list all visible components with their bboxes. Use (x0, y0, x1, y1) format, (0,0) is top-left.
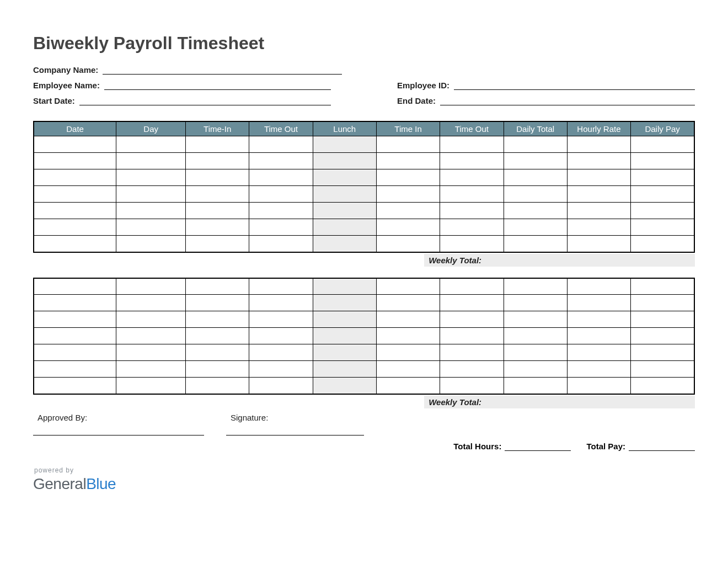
table-cell[interactable] (116, 153, 186, 169)
total-hours-input[interactable] (505, 441, 571, 451)
table-cell[interactable] (116, 295, 186, 311)
table-cell[interactable] (504, 203, 567, 219)
table-cell[interactable] (631, 219, 694, 236)
table-cell[interactable] (504, 169, 567, 186)
table-cell[interactable] (567, 295, 630, 311)
table-cell[interactable] (631, 361, 694, 378)
table-cell[interactable] (440, 311, 504, 328)
table-cell[interactable] (313, 203, 376, 219)
table-cell[interactable] (440, 203, 504, 219)
table-cell[interactable] (249, 186, 313, 203)
table-cell[interactable] (116, 203, 186, 219)
table-cell[interactable] (116, 236, 186, 252)
table-cell[interactable] (440, 344, 504, 361)
table-cell[interactable] (116, 136, 186, 153)
table-cell[interactable] (34, 203, 116, 219)
table-cell[interactable] (186, 169, 249, 186)
table-cell[interactable] (249, 236, 313, 252)
table-cell[interactable] (440, 136, 504, 153)
table-cell[interactable] (313, 236, 376, 252)
table-cell[interactable] (186, 378, 249, 394)
table-cell[interactable] (186, 295, 249, 311)
table-cell[interactable] (504, 278, 567, 295)
table-cell[interactable] (116, 344, 186, 361)
table-cell[interactable] (567, 278, 630, 295)
table-cell[interactable] (376, 278, 440, 295)
table-cell[interactable] (631, 153, 694, 169)
table-cell[interactable] (376, 219, 440, 236)
table-cell[interactable] (440, 153, 504, 169)
table-cell[interactable] (186, 203, 249, 219)
table-cell[interactable] (313, 328, 376, 344)
table-cell[interactable] (249, 328, 313, 344)
table-cell[interactable] (186, 278, 249, 295)
table-cell[interactable] (313, 153, 376, 169)
table-cell[interactable] (567, 378, 630, 394)
table-cell[interactable] (249, 203, 313, 219)
table-cell[interactable] (440, 361, 504, 378)
table-cell[interactable] (34, 169, 116, 186)
table-cell[interactable] (116, 328, 186, 344)
table-cell[interactable] (567, 219, 630, 236)
table-cell[interactable] (34, 328, 116, 344)
table-cell[interactable] (313, 378, 376, 394)
table-cell[interactable] (34, 378, 116, 394)
table-cell[interactable] (186, 361, 249, 378)
table-cell[interactable] (504, 295, 567, 311)
table-cell[interactable] (440, 328, 504, 344)
table-cell[interactable] (376, 153, 440, 169)
table-cell[interactable] (116, 361, 186, 378)
table-cell[interactable] (34, 136, 116, 153)
table-cell[interactable] (376, 361, 440, 378)
table-cell[interactable] (116, 278, 186, 295)
table-cell[interactable] (567, 136, 630, 153)
table-cell[interactable] (631, 136, 694, 153)
table-cell[interactable] (631, 203, 694, 219)
table-cell[interactable] (186, 236, 249, 252)
table-cell[interactable] (504, 136, 567, 153)
table-cell[interactable] (504, 153, 567, 169)
table-cell[interactable] (567, 169, 630, 186)
table-cell[interactable] (504, 328, 567, 344)
table-cell[interactable] (567, 328, 630, 344)
table-cell[interactable] (504, 236, 567, 252)
table-cell[interactable] (631, 328, 694, 344)
employee-name-input[interactable] (104, 79, 331, 90)
table-cell[interactable] (249, 311, 313, 328)
table-cell[interactable] (504, 344, 567, 361)
table-cell[interactable] (116, 219, 186, 236)
table-cell[interactable] (376, 186, 440, 203)
table-cell[interactable] (567, 203, 630, 219)
table-cell[interactable] (186, 153, 249, 169)
table-cell[interactable] (376, 295, 440, 311)
table-cell[interactable] (631, 186, 694, 203)
table-cell[interactable] (504, 378, 567, 394)
table-cell[interactable] (249, 295, 313, 311)
table-cell[interactable] (567, 344, 630, 361)
table-cell[interactable] (186, 344, 249, 361)
total-pay-input[interactable] (629, 441, 695, 451)
table-cell[interactable] (376, 328, 440, 344)
table-cell[interactable] (376, 236, 440, 252)
table-cell[interactable] (313, 311, 376, 328)
table-cell[interactable] (567, 361, 630, 378)
table-cell[interactable] (440, 186, 504, 203)
table-cell[interactable] (34, 311, 116, 328)
table-cell[interactable] (631, 236, 694, 252)
table-cell[interactable] (116, 378, 186, 394)
table-cell[interactable] (313, 344, 376, 361)
table-cell[interactable] (34, 219, 116, 236)
table-cell[interactable] (313, 278, 376, 295)
table-cell[interactable] (34, 236, 116, 252)
table-cell[interactable] (186, 328, 249, 344)
table-cell[interactable] (376, 344, 440, 361)
table-cell[interactable] (631, 344, 694, 361)
table-cell[interactable] (440, 278, 504, 295)
table-cell[interactable] (34, 153, 116, 169)
table-cell[interactable] (249, 153, 313, 169)
table-cell[interactable] (186, 186, 249, 203)
table-cell[interactable] (631, 169, 694, 186)
table-cell[interactable] (567, 153, 630, 169)
table-cell[interactable] (313, 219, 376, 236)
table-cell[interactable] (376, 311, 440, 328)
